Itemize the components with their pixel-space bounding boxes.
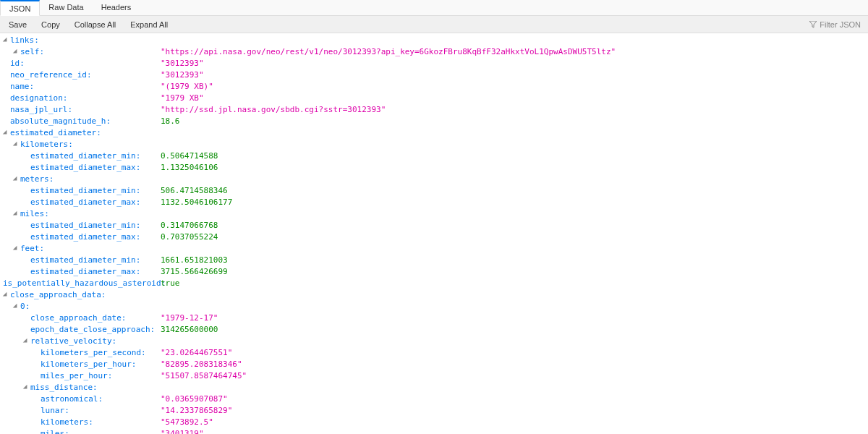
json-key[interactable]: estimated_diameter_min — [30, 150, 136, 162]
json-value: 0.3147066768 — [158, 220, 218, 231]
json-key[interactable]: estimated_diameter — [10, 127, 96, 139]
json-key[interactable]: links — [10, 35, 34, 46]
json-key[interactable]: close_approach_data — [10, 289, 101, 301]
copy-button[interactable]: Copy — [35, 19, 66, 30]
toolbar: Save Copy Collapse All Expand All Filter… — [0, 16, 868, 33]
json-key[interactable]: id — [10, 58, 20, 69]
json-value: 314265600000 — [158, 324, 218, 336]
json-value: "https://api.nasa.gov/neo/rest/v1/neo/30… — [158, 46, 616, 58]
json-key[interactable]: self — [20, 46, 40, 58]
filter-icon — [809, 21, 817, 28]
collapse-all-button[interactable]: Collapse All — [69, 19, 122, 30]
twisty-icon[interactable] — [13, 48, 20, 56]
json-value: 3715.566426699 — [158, 266, 228, 278]
viewer-tabs: JSON Raw Data Headers — [0, 0, 868, 16]
json-tree[interactable]: links: self:"https://api.nasa.gov/neo/re… — [0, 33, 868, 434]
filter-placeholder: Filter JSON — [820, 20, 861, 29]
twisty-icon[interactable] — [23, 384, 30, 391]
json-value: "http://ssd.jpl.nasa.gov/sbdb.cgi?sstr=3… — [158, 104, 386, 116]
tab-headers[interactable]: Headers — [93, 0, 140, 15]
tab-raw-data[interactable]: Raw Data — [40, 0, 92, 15]
json-key[interactable]: nasa_jpl_url — [10, 104, 67, 116]
json-value: 0.5064714588 — [158, 150, 218, 162]
json-value: "0.0365907087" — [158, 393, 228, 405]
json-value: "1979 XB" — [158, 93, 204, 104]
json-value: "82895.208318346" — [158, 359, 242, 370]
twisty-icon[interactable] — [13, 141, 20, 148]
twisty-icon[interactable] — [3, 292, 10, 299]
json-value: "1979-12-17" — [158, 312, 218, 324]
json-value: "14.2337865829" — [158, 405, 232, 417]
json-value: "(1979 XB)" — [158, 81, 213, 93]
json-key[interactable]: estimated_diameter_max — [30, 231, 136, 243]
twisty-icon[interactable] — [23, 338, 30, 345]
twisty-icon[interactable] — [13, 176, 20, 183]
json-value: "51507.8587464745" — [158, 370, 247, 382]
json-key[interactable]: feet — [20, 243, 40, 255]
json-key[interactable]: meters — [20, 174, 49, 185]
json-key[interactable]: kilometers — [20, 139, 68, 150]
json-key[interactable]: 0 — [20, 301, 25, 312]
json-key[interactable]: miss_distance — [30, 382, 93, 393]
json-key[interactable]: estimated_diameter_min — [30, 185, 136, 197]
filter-box[interactable]: Filter JSON — [805, 19, 865, 30]
json-key[interactable]: estimated_diameter_max — [30, 266, 136, 278]
json-key[interactable]: neo_reference_id — [10, 69, 87, 81]
json-key[interactable]: estimated_diameter_min — [30, 255, 136, 266]
json-key[interactable]: lunar — [41, 405, 64, 417]
json-key[interactable]: kilometers_per_hour — [41, 359, 132, 370]
json-key[interactable]: estimated_diameter_min — [30, 220, 136, 231]
json-value: 0.7037055224 — [158, 231, 218, 243]
json-key[interactable]: name — [10, 81, 30, 93]
twisty-icon[interactable] — [3, 129, 10, 137]
json-value: "3012393" — [158, 58, 204, 69]
json-key[interactable]: miles_per_hour — [41, 370, 108, 382]
json-key[interactable]: absolute_magnitude_h — [10, 116, 106, 127]
json-key[interactable]: miles — [41, 428, 64, 434]
twisty-icon[interactable] — [13, 303, 20, 310]
json-value: 506.4714588346 — [158, 185, 228, 197]
json-value: 18.6 — [158, 116, 180, 127]
twisty-icon[interactable] — [13, 210, 20, 218]
save-button[interactable]: Save — [3, 19, 33, 30]
json-value: 1.1325046106 — [158, 162, 218, 174]
json-key[interactable]: kilometers — [41, 417, 88, 428]
tab-json[interactable]: JSON — [0, 0, 40, 16]
json-key[interactable]: designation — [10, 93, 63, 104]
json-key[interactable]: relative_velocity — [30, 336, 112, 347]
json-key[interactable]: is_potentially_hazardous_asteroid — [3, 278, 161, 289]
json-key[interactable]: miles — [20, 208, 44, 220]
json-key[interactable]: estimated_diameter_max — [30, 197, 136, 208]
json-key[interactable]: estimated_diameter_max — [30, 162, 136, 174]
json-value: "5473892.5" — [158, 417, 213, 428]
json-value: "3012393" — [158, 69, 204, 81]
json-value: true — [158, 278, 180, 289]
expand-all-button[interactable]: Expand All — [124, 19, 174, 30]
json-value: "23.0264467551" — [158, 347, 232, 359]
json-key[interactable]: epoch_date_close_approach — [30, 324, 150, 336]
json-value: 1661.651821003 — [158, 255, 228, 266]
json-key[interactable]: astronomical — [41, 393, 98, 405]
twisty-icon[interactable] — [13, 245, 20, 252]
json-value: 1132.5046106177 — [158, 197, 232, 208]
json-key[interactable]: close_approach_date — [30, 312, 122, 324]
json-key[interactable]: kilometers_per_second — [41, 347, 141, 359]
twisty-icon[interactable] — [3, 37, 10, 44]
json-value: "3401319" — [158, 428, 204, 434]
